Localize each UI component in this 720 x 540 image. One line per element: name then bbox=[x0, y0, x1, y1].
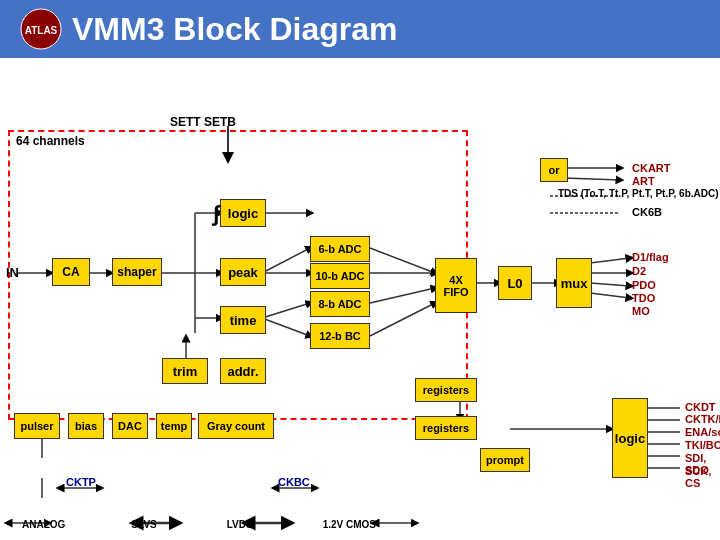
art-label: ART bbox=[632, 175, 655, 187]
tdo-label: TDO bbox=[632, 292, 655, 304]
diagram-area: SETT SETB 64 channels IN CA shaper logic… bbox=[0, 58, 720, 540]
gray-count-box: Gray count bbox=[198, 413, 274, 439]
registers-bottom-box: registers bbox=[415, 416, 477, 440]
mo-label: MO bbox=[632, 305, 650, 317]
l0-box: L0 bbox=[498, 266, 532, 300]
pulser-box: pulser bbox=[14, 413, 60, 439]
ckbc-label: CKBC bbox=[278, 476, 310, 488]
d2-label: D2 bbox=[632, 265, 646, 277]
cktk-l0-label: CKTK/L0 bbox=[685, 413, 720, 425]
peak-box: peak bbox=[220, 258, 266, 286]
lvds-legend-label: LVDS bbox=[227, 519, 253, 530]
adc6b-box: 6-b ADC bbox=[310, 236, 370, 262]
trim-box: trim bbox=[162, 358, 208, 384]
prompt-box: prompt bbox=[480, 448, 530, 472]
header: ATLAS VMM3 Block Diagram bbox=[0, 0, 720, 58]
or-box: or bbox=[540, 158, 568, 182]
svg-line-25 bbox=[590, 283, 630, 286]
dac-box: DAC bbox=[112, 413, 148, 439]
d1flag-label: D1/flag bbox=[632, 251, 669, 263]
cktp-label: CKTP bbox=[66, 476, 96, 488]
logic-left-box: logic bbox=[220, 199, 266, 227]
registers-top-box: registers bbox=[415, 378, 477, 402]
ckart-label: CKART bbox=[632, 162, 671, 174]
logic-right-box: logic bbox=[612, 398, 648, 478]
analog-legend-label: ANALOG bbox=[22, 519, 65, 530]
svg-text:ATLAS: ATLAS bbox=[25, 25, 58, 36]
legend-bar: ANALOG SLVS LVDS 1.2V CMOS bbox=[0, 519, 720, 530]
shaper-box: shaper bbox=[112, 258, 162, 286]
mux-box: mux bbox=[556, 258, 592, 308]
bc12b-box: 12-b BC bbox=[310, 323, 370, 349]
svg-line-23 bbox=[590, 258, 630, 263]
temp-box: temp bbox=[156, 413, 192, 439]
ckdt-label: CKDT bbox=[685, 401, 716, 413]
bias-box: bias bbox=[68, 413, 104, 439]
ca-box: CA bbox=[52, 258, 90, 286]
in-label: IN bbox=[6, 265, 19, 280]
svg-line-28 bbox=[564, 178, 620, 180]
ena-softreset-label: ENA/softreset bbox=[685, 426, 720, 438]
logo-icon: ATLAS bbox=[20, 8, 62, 50]
integrator-symbol: ∫ bbox=[213, 201, 219, 227]
adc8b-box: 8-b ADC bbox=[310, 291, 370, 317]
page-title: VMM3 Block Diagram bbox=[72, 11, 397, 48]
svg-line-26 bbox=[590, 293, 630, 298]
addr-box: addr. bbox=[220, 358, 266, 384]
sett-setb-label: SETT SETB bbox=[170, 115, 236, 129]
cmos-legend-label: 1.2V CMOS bbox=[323, 519, 376, 530]
time-box: time bbox=[220, 306, 266, 334]
adc10b-box: 10-b ADC bbox=[310, 263, 370, 289]
fifo-box: 4X FIFO bbox=[435, 258, 477, 313]
sck-cs-label: SCK, CS bbox=[685, 465, 720, 489]
pdo-label: PDO bbox=[632, 279, 656, 291]
tds-label: TDS (To.T, Tt.P, Pt.T, Pt.P, 6b.ADC) bbox=[558, 188, 719, 199]
channels-label: 64 channels bbox=[16, 134, 85, 148]
tki-bcr-label: TKI/BCR bbox=[685, 439, 720, 451]
slvs-legend-label: SLVS bbox=[131, 519, 156, 530]
ck6b-label: CK6B bbox=[632, 206, 662, 218]
